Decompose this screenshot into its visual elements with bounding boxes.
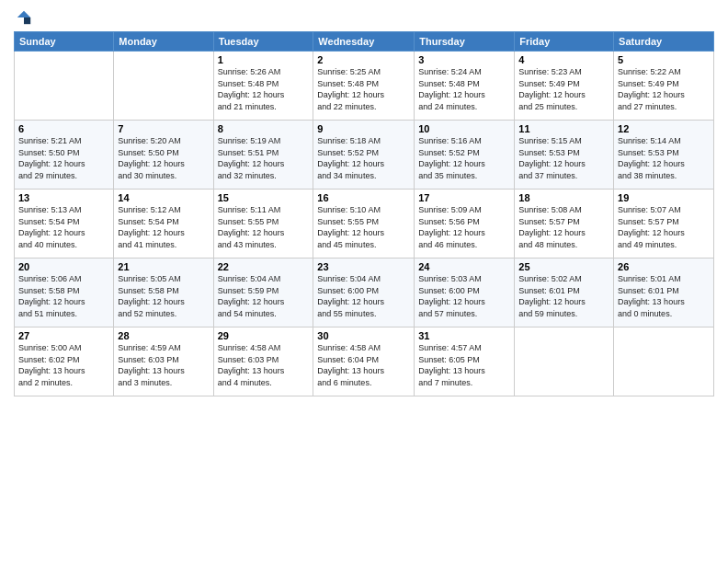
day-number: 26: [618, 261, 710, 272]
day-of-week-monday: Monday: [114, 32, 213, 52]
week-row-1: 1Sunrise: 5:26 AM Sunset: 5:48 PM Daylig…: [15, 52, 714, 121]
day-info: Sunrise: 5:12 AM Sunset: 5:54 PM Dayligh…: [118, 204, 209, 250]
day-number: 31: [418, 330, 510, 341]
day-number: 25: [518, 261, 609, 272]
day-of-week-friday: Friday: [515, 32, 614, 52]
calendar-cell: 7Sunrise: 5:20 AM Sunset: 5:50 PM Daylig…: [114, 121, 213, 190]
calendar-cell: [614, 327, 714, 396]
day-number: 14: [118, 192, 209, 203]
calendar-cell: 26Sunrise: 5:01 AM Sunset: 6:01 PM Dayli…: [614, 259, 714, 327]
svg-marker-0: [17, 11, 30, 17]
day-number: 11: [518, 123, 609, 134]
calendar-header-row: SundayMondayTuesdayWednesdayThursdayFrid…: [15, 32, 714, 52]
day-info: Sunrise: 5:02 AM Sunset: 6:01 PM Dayligh…: [518, 273, 609, 319]
day-info: Sunrise: 5:14 AM Sunset: 5:53 PM Dayligh…: [618, 135, 710, 181]
day-number: 23: [317, 261, 410, 272]
day-info: Sunrise: 5:22 AM Sunset: 5:49 PM Dayligh…: [618, 66, 710, 112]
calendar-cell: 24Sunrise: 5:03 AM Sunset: 6:00 PM Dayli…: [415, 259, 515, 327]
day-number: 28: [118, 330, 209, 341]
day-info: Sunrise: 5:06 AM Sunset: 5:58 PM Dayligh…: [18, 273, 109, 319]
day-info: Sunrise: 5:10 AM Sunset: 5:55 PM Dayligh…: [317, 204, 410, 250]
calendar-cell: 2Sunrise: 5:25 AM Sunset: 5:48 PM Daylig…: [313, 52, 415, 121]
day-number: 17: [418, 192, 510, 203]
calendar-cell: 5Sunrise: 5:22 AM Sunset: 5:49 PM Daylig…: [614, 52, 714, 121]
day-number: 18: [518, 192, 609, 203]
calendar-cell: 30Sunrise: 4:58 AM Sunset: 6:04 PM Dayli…: [313, 327, 415, 396]
day-info: Sunrise: 5:07 AM Sunset: 5:57 PM Dayligh…: [618, 204, 710, 250]
day-info: Sunrise: 5:04 AM Sunset: 5:59 PM Dayligh…: [218, 273, 310, 319]
day-number: 1: [218, 54, 310, 65]
week-row-4: 20Sunrise: 5:06 AM Sunset: 5:58 PM Dayli…: [15, 259, 714, 327]
day-info: Sunrise: 5:13 AM Sunset: 5:54 PM Dayligh…: [18, 204, 109, 250]
day-of-week-saturday: Saturday: [614, 32, 714, 52]
calendar-cell: [15, 52, 114, 121]
day-number: 8: [218, 123, 310, 134]
day-number: 27: [18, 330, 109, 341]
calendar-cell: 31Sunrise: 4:57 AM Sunset: 6:05 PM Dayli…: [415, 327, 515, 396]
day-info: Sunrise: 5:01 AM Sunset: 6:01 PM Dayligh…: [618, 273, 710, 319]
day-info: Sunrise: 5:03 AM Sunset: 6:00 PM Dayligh…: [418, 273, 510, 319]
calendar-cell: 27Sunrise: 5:00 AM Sunset: 6:02 PM Dayli…: [15, 327, 114, 396]
calendar-cell: 21Sunrise: 5:05 AM Sunset: 5:58 PM Dayli…: [114, 259, 213, 327]
header: [14, 9, 714, 26]
day-info: Sunrise: 5:00 AM Sunset: 6:02 PM Dayligh…: [18, 342, 109, 388]
day-info: Sunrise: 4:59 AM Sunset: 6:03 PM Dayligh…: [118, 342, 209, 388]
week-row-2: 6Sunrise: 5:21 AM Sunset: 5:50 PM Daylig…: [15, 121, 714, 190]
day-number: 29: [218, 330, 310, 341]
calendar-cell: 16Sunrise: 5:10 AM Sunset: 5:55 PM Dayli…: [313, 190, 415, 259]
day-number: 16: [317, 192, 410, 203]
day-number: 19: [618, 192, 710, 203]
week-row-5: 27Sunrise: 5:00 AM Sunset: 6:02 PM Dayli…: [15, 327, 714, 396]
calendar-cell: 25Sunrise: 5:02 AM Sunset: 6:01 PM Dayli…: [515, 259, 614, 327]
day-number: 9: [317, 123, 410, 134]
day-info: Sunrise: 5:21 AM Sunset: 5:50 PM Dayligh…: [18, 135, 109, 181]
calendar-cell: 11Sunrise: 5:15 AM Sunset: 5:53 PM Dayli…: [515, 121, 614, 190]
day-info: Sunrise: 5:20 AM Sunset: 5:50 PM Dayligh…: [118, 135, 209, 181]
calendar-cell: [515, 327, 614, 396]
calendar-cell: 17Sunrise: 5:09 AM Sunset: 5:56 PM Dayli…: [415, 190, 515, 259]
day-number: 22: [218, 261, 310, 272]
calendar-cell: 20Sunrise: 5:06 AM Sunset: 5:58 PM Dayli…: [15, 259, 114, 327]
calendar-body: 1Sunrise: 5:26 AM Sunset: 5:48 PM Daylig…: [15, 52, 714, 396]
logo-icon: [16, 9, 32, 26]
day-info: Sunrise: 5:04 AM Sunset: 6:00 PM Dayligh…: [317, 273, 410, 319]
day-info: Sunrise: 4:58 AM Sunset: 6:04 PM Dayligh…: [317, 342, 410, 388]
day-of-week-wednesday: Wednesday: [313, 32, 415, 52]
day-number: 15: [218, 192, 310, 203]
day-info: Sunrise: 5:25 AM Sunset: 5:48 PM Dayligh…: [317, 66, 410, 112]
calendar-cell: [114, 52, 213, 121]
day-of-week-tuesday: Tuesday: [213, 32, 313, 52]
calendar-cell: 28Sunrise: 4:59 AM Sunset: 6:03 PM Dayli…: [114, 327, 213, 396]
day-number: 10: [418, 123, 510, 134]
calendar-cell: 14Sunrise: 5:12 AM Sunset: 5:54 PM Dayli…: [114, 190, 213, 259]
page: SundayMondayTuesdayWednesdayThursdayFrid…: [0, 0, 728, 563]
day-number: 13: [18, 192, 109, 203]
day-number: 30: [317, 330, 410, 341]
day-number: 20: [18, 261, 109, 272]
svg-marker-1: [24, 17, 30, 24]
day-info: Sunrise: 5:26 AM Sunset: 5:48 PM Dayligh…: [218, 66, 310, 112]
week-row-3: 13Sunrise: 5:13 AM Sunset: 5:54 PM Dayli…: [15, 190, 714, 259]
calendar-cell: 23Sunrise: 5:04 AM Sunset: 6:00 PM Dayli…: [313, 259, 415, 327]
day-number: 4: [518, 54, 609, 65]
day-info: Sunrise: 5:05 AM Sunset: 5:58 PM Dayligh…: [118, 273, 209, 319]
day-info: Sunrise: 5:19 AM Sunset: 5:51 PM Dayligh…: [218, 135, 310, 181]
day-number: 12: [618, 123, 710, 134]
calendar-cell: 12Sunrise: 5:14 AM Sunset: 5:53 PM Dayli…: [614, 121, 714, 190]
day-info: Sunrise: 4:57 AM Sunset: 6:05 PM Dayligh…: [418, 342, 510, 388]
calendar-cell: 22Sunrise: 5:04 AM Sunset: 5:59 PM Dayli…: [213, 259, 313, 327]
day-number: 5: [618, 54, 710, 65]
day-info: Sunrise: 5:09 AM Sunset: 5:56 PM Dayligh…: [418, 204, 510, 250]
calendar-cell: 18Sunrise: 5:08 AM Sunset: 5:57 PM Dayli…: [515, 190, 614, 259]
logo: [14, 9, 32, 26]
calendar-cell: 6Sunrise: 5:21 AM Sunset: 5:50 PM Daylig…: [15, 121, 114, 190]
day-info: Sunrise: 4:58 AM Sunset: 6:03 PM Dayligh…: [218, 342, 310, 388]
day-of-week-thursday: Thursday: [415, 32, 515, 52]
day-info: Sunrise: 5:08 AM Sunset: 5:57 PM Dayligh…: [518, 204, 609, 250]
day-of-week-sunday: Sunday: [15, 32, 114, 52]
calendar-table: SundayMondayTuesdayWednesdayThursdayFrid…: [14, 31, 714, 396]
calendar-cell: 15Sunrise: 5:11 AM Sunset: 5:55 PM Dayli…: [213, 190, 313, 259]
day-number: 2: [317, 54, 410, 65]
calendar-cell: 1Sunrise: 5:26 AM Sunset: 5:48 PM Daylig…: [213, 52, 313, 121]
day-number: 24: [418, 261, 510, 272]
